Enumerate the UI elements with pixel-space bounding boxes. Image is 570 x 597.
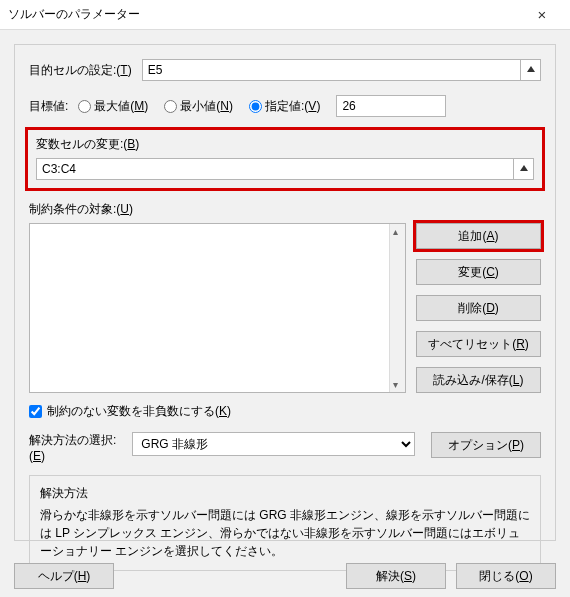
ref-picker-icon[interactable] bbox=[513, 159, 533, 179]
close-button[interactable]: 閉じる(O) bbox=[456, 563, 556, 589]
titlebar: ソルバーのパラメーター × bbox=[0, 0, 570, 30]
scroll-up-icon[interactable]: ▴ bbox=[393, 226, 398, 237]
ref-picker-icon[interactable] bbox=[520, 60, 540, 80]
method-label: 解決方法の選択:(E) bbox=[29, 432, 116, 463]
target-value-input[interactable] bbox=[336, 95, 446, 117]
dialog-body: 目的セルの設定:(T) 目標値: 最大値(M) 最小値(N) 指定値:(V) 変… bbox=[14, 44, 556, 541]
method-select[interactable]: GRG 非線形 bbox=[132, 432, 415, 456]
reset-button[interactable]: すべてリセット(R) bbox=[416, 331, 541, 357]
changing-cells-input[interactable] bbox=[36, 158, 534, 180]
close-icon[interactable]: × bbox=[522, 6, 562, 23]
changing-label: 変数セルの変更:(B) bbox=[36, 136, 534, 153]
nonneg-check-input[interactable] bbox=[29, 405, 42, 418]
method-info: 解決方法 滑らかな非線形を示すソルバー問題には GRG 非線形エンジン、線形を示… bbox=[29, 475, 541, 571]
radio-value[interactable]: 指定値:(V) bbox=[249, 98, 326, 115]
help-button[interactable]: ヘルプ(H) bbox=[14, 563, 114, 589]
target-label: 目標値: bbox=[29, 98, 68, 115]
constraints-list[interactable]: ▴ ▾ bbox=[29, 223, 406, 393]
constraints-label: 制約条件の対象:(U) bbox=[29, 201, 541, 218]
delete-button[interactable]: 削除(D) bbox=[416, 295, 541, 321]
info-head: 解決方法 bbox=[40, 484, 530, 502]
info-body: 滑らかな非線形を示すソルバー問題には GRG 非線形エンジン、線形を示すソルバー… bbox=[40, 506, 530, 560]
objective-cell-input[interactable] bbox=[142, 59, 541, 81]
radio-min[interactable]: 最小値(N) bbox=[164, 98, 239, 115]
dialog-title: ソルバーのパラメーター bbox=[8, 6, 522, 23]
scroll-down-icon[interactable]: ▾ bbox=[393, 379, 398, 390]
solve-button[interactable]: 解決(S) bbox=[346, 563, 446, 589]
objective-label: 目的セルの設定:(T) bbox=[29, 62, 132, 79]
changing-input[interactable] bbox=[37, 159, 513, 179]
options-button[interactable]: オプション(P) bbox=[431, 432, 541, 458]
change-button[interactable]: 変更(C) bbox=[416, 259, 541, 285]
add-button[interactable]: 追加(A) bbox=[416, 223, 541, 249]
nonneg-checkbox[interactable]: 制約のない変数を非負数にする(K) bbox=[29, 403, 541, 420]
scrollbar[interactable]: ▴ ▾ bbox=[389, 224, 405, 392]
load-save-button[interactable]: 読み込み/保存(L) bbox=[416, 367, 541, 393]
objective-input[interactable] bbox=[143, 60, 520, 80]
radio-max[interactable]: 最大値(M) bbox=[78, 98, 154, 115]
changing-cells-highlight: 変数セルの変更:(B) bbox=[25, 127, 545, 191]
